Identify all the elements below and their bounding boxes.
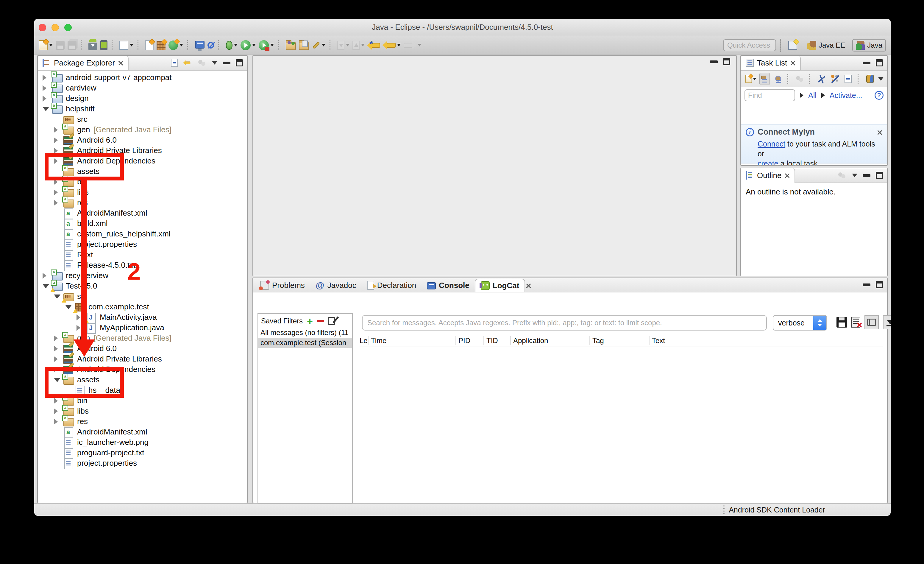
column-header[interactable]: Time [368, 336, 456, 345]
tree-item[interactable]: AndroidManifest.xml [38, 427, 247, 437]
tree-item[interactable]: custom_rules_helpshift.xml [38, 229, 247, 239]
expander-icon[interactable] [54, 335, 60, 341]
tree-item[interactable]: gen [Generated Java Files] [38, 333, 247, 343]
column-header[interactable]: PID [456, 336, 483, 345]
debug-button[interactable] [225, 38, 239, 53]
expander-icon[interactable] [43, 96, 49, 102]
dropdown-arrow-icon[interactable] [397, 44, 400, 47]
close-icon[interactable] [526, 283, 531, 288]
remove-filter-icon[interactable] [317, 320, 324, 322]
run-lint-button[interactable] [118, 38, 135, 53]
all-link[interactable]: All [808, 91, 816, 100]
console-view-button[interactable] [194, 38, 206, 53]
toolbar-separator[interactable] [184, 38, 194, 53]
new-task-button[interactable] [744, 73, 756, 85]
tree-item[interactable]: MainActivity.java [38, 312, 247, 322]
perspective-java-button[interactable]: Java [852, 39, 886, 51]
close-icon[interactable] [790, 60, 795, 66]
tree-item[interactable]: res [38, 416, 247, 427]
expander-icon[interactable] [54, 148, 60, 153]
tree-item[interactable]: build.xml [38, 218, 247, 229]
open-perspective-button[interactable] [785, 40, 800, 51]
expander-icon[interactable] [43, 75, 49, 81]
run-button[interactable] [239, 38, 257, 53]
dropdown-arrow-icon[interactable] [418, 44, 421, 47]
minimize-traffic-light[interactable] [51, 24, 59, 31]
task-list-tab[interactable]: Task List [741, 56, 801, 70]
editor-area[interactable] [252, 55, 737, 276]
create-link[interactable]: create [758, 159, 778, 166]
expand-icon[interactable] [821, 93, 825, 98]
forward-button[interactable] [402, 38, 423, 53]
categorized-view-button[interactable] [759, 73, 770, 85]
tree-item[interactable]: src [38, 291, 247, 302]
expander-icon[interactable] [54, 190, 60, 196]
expander-icon[interactable] [54, 137, 60, 143]
drag-handle[interactable] [723, 505, 725, 514]
dropdown-arrow-icon[interactable] [180, 44, 183, 47]
outline-tab[interactable]: Outline [741, 168, 795, 183]
expander-icon[interactable] [54, 127, 60, 133]
log-level-dropdown[interactable]: verbose [773, 315, 827, 331]
dropdown-arrow-icon[interactable] [270, 44, 274, 47]
column-header[interactable]: Le [360, 336, 368, 345]
scroll-to-bottom-toggle[interactable] [883, 315, 891, 329]
expander-icon[interactable] [43, 85, 49, 91]
column-header[interactable]: Tag [590, 336, 649, 345]
expander-icon[interactable] [54, 408, 60, 414]
tree-item[interactable]: R.txt [38, 250, 247, 260]
view-tab[interactable]: Declaration [362, 279, 422, 292]
expander-icon[interactable] [43, 284, 49, 288]
close-icon[interactable] [877, 129, 882, 135]
tree-item[interactable]: project.properties [38, 458, 247, 468]
new-package-button[interactable] [155, 38, 167, 53]
connect-link[interactable]: Connect [758, 140, 785, 148]
toolbar-separator[interactable] [327, 38, 336, 53]
dropdown-arrow-icon[interactable] [252, 44, 256, 47]
collapse-all-icon[interactable] [171, 59, 178, 67]
minimize-icon[interactable] [862, 283, 870, 286]
dropdown-arrow-icon[interactable] [753, 78, 756, 80]
toolbar-separator[interactable] [109, 38, 118, 53]
tree-item[interactable]: Release-4.5.0.txt [38, 260, 247, 271]
dropdown-arrow-icon[interactable] [361, 44, 364, 47]
maximize-icon[interactable] [876, 59, 883, 66]
tree-item[interactable]: cardview [38, 83, 247, 93]
toolbar-separator[interactable] [135, 38, 144, 53]
open-type-button[interactable] [284, 38, 297, 53]
toolbar-separator[interactable] [78, 38, 87, 53]
close-traffic-light[interactable] [39, 24, 46, 31]
view-menu-icon[interactable] [212, 61, 217, 65]
collapse-all-button[interactable] [843, 73, 854, 85]
expander-icon[interactable] [43, 273, 49, 279]
tree-item[interactable]: recyclerview [38, 271, 247, 281]
window-titlebar[interactable]: Java - Eclipse - /Users/swapnil/Document… [34, 19, 891, 36]
logcat-search-input[interactable] [362, 315, 767, 331]
synchronize-button[interactable] [865, 73, 875, 85]
view-tab[interactable]: Problems [255, 279, 310, 292]
zoom-traffic-light[interactable] [64, 24, 72, 31]
help-icon[interactable]: ? [874, 91, 884, 100]
minimize-icon[interactable] [862, 62, 870, 64]
maximize-icon[interactable] [876, 172, 883, 179]
find-input[interactable] [744, 89, 795, 101]
column-header[interactable]: Application [510, 336, 590, 345]
edit-filter-icon[interactable] [328, 317, 335, 325]
tree-item[interactable]: helpshift [38, 104, 247, 114]
link-with-editor-icon[interactable] [186, 62, 190, 64]
expander-icon[interactable] [54, 346, 60, 352]
minimize-icon[interactable] [862, 174, 870, 177]
tree-item[interactable]: project.properties [38, 239, 247, 250]
clear-log-icon[interactable] [851, 317, 860, 328]
close-icon[interactable] [118, 60, 123, 66]
tree-item[interactable]: AndroidManifest.xml [38, 208, 247, 218]
export-log-icon[interactable] [837, 317, 847, 328]
mark-occurrences-button[interactable] [310, 38, 327, 53]
tree-item[interactable]: libs [38, 406, 247, 416]
tree-item[interactable]: android-support-v7-appcompat [38, 72, 247, 83]
next-annotation-button[interactable] [336, 38, 351, 53]
back-button[interactable] [382, 38, 402, 53]
tree-item[interactable]: gen [Generated Java Files] [38, 125, 247, 135]
column-header[interactable]: Text [649, 336, 883, 345]
filter-item[interactable]: All messages (no filters) (11 [258, 328, 352, 338]
